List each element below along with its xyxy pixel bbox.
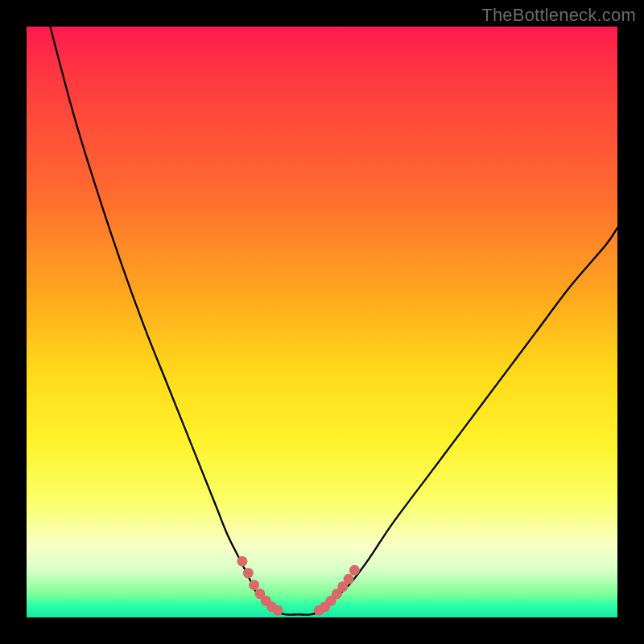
valley-marker — [349, 565, 360, 576]
valley-marker — [344, 574, 354, 584]
valley-marker — [249, 580, 259, 590]
chart-svg — [27, 27, 617, 617]
valley-marker — [243, 568, 254, 578]
valley-markers-right — [314, 565, 360, 616]
valley-marker — [237, 556, 247, 567]
outer-frame: TheBottleneck.com — [0, 0, 644, 644]
plot-area — [27, 27, 617, 617]
bottleneck-curve-left — [50, 27, 275, 612]
valley-markers-left — [237, 556, 283, 616]
valley-marker — [272, 605, 283, 616]
bottleneck-curve-right — [322, 228, 617, 612]
watermark-text: TheBottleneck.com — [481, 5, 636, 26]
